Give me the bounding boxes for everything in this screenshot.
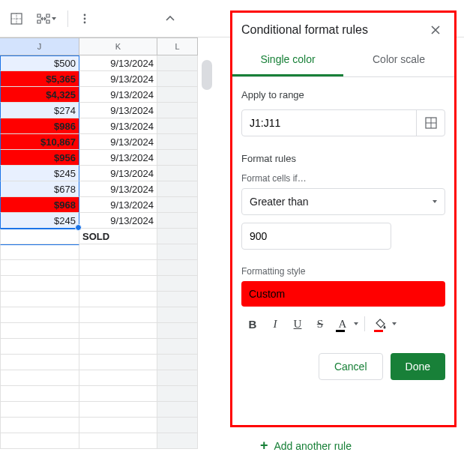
cell[interactable] (157, 339, 198, 355)
cell[interactable] (79, 402, 157, 418)
cell[interactable] (157, 418, 198, 433)
cell[interactable] (157, 292, 198, 307)
fill-color-button[interactable] (371, 314, 397, 334)
cell-k[interactable]: 9/13/2024 (79, 150, 157, 166)
cell[interactable] (0, 355, 79, 370)
cell-j[interactable]: $956 (0, 150, 79, 166)
text-color-button[interactable]: A (333, 314, 358, 334)
cell[interactable] (157, 433, 198, 449)
cell-l[interactable] (157, 118, 198, 134)
cell[interactable] (79, 244, 157, 260)
cell-j[interactable]: $10,867 (0, 134, 79, 150)
cell-j[interactable]: $245 (0, 166, 79, 181)
tab-color-scale[interactable]: Color scale (343, 44, 454, 76)
cell[interactable] (157, 402, 198, 418)
cell-j[interactable]: $986 (0, 118, 79, 134)
cell[interactable] (0, 323, 79, 339)
cell[interactable] (79, 433, 157, 449)
strikethrough-button[interactable]: S (310, 314, 330, 334)
cell-l[interactable] (157, 103, 198, 118)
cell-l[interactable] (157, 71, 198, 87)
range-input[interactable] (242, 117, 416, 129)
cell-j[interactable]: $678 (0, 181, 79, 197)
cell[interactable] (157, 260, 198, 276)
cell[interactable] (157, 355, 198, 370)
collapse-toolbar-icon[interactable] (160, 8, 181, 29)
column-header-l[interactable]: L (157, 37, 198, 55)
cell[interactable] (0, 307, 79, 323)
cell[interactable] (79, 386, 157, 402)
cell[interactable] (79, 355, 157, 370)
tab-single-color[interactable]: Single color (232, 44, 343, 76)
cell[interactable] (0, 244, 79, 260)
cell-j[interactable]: $245 (0, 213, 79, 229)
cell[interactable] (0, 276, 79, 292)
cell-k[interactable]: 9/13/2024 (79, 118, 157, 134)
cell[interactable] (0, 402, 79, 418)
cell[interactable] (79, 418, 157, 433)
cell[interactable] (157, 370, 198, 386)
cell-k[interactable]: 9/13/2024 (79, 181, 157, 197)
more-icon[interactable] (74, 8, 95, 29)
cell-k[interactable]: 9/13/2024 (79, 55, 157, 71)
cell[interactable] (0, 229, 79, 244)
add-another-rule-button[interactable]: + Add another rule (260, 438, 352, 454)
cell-k[interactable]: 9/13/2024 (79, 197, 157, 213)
underline-button[interactable]: U (288, 314, 307, 334)
cell[interactable] (157, 307, 198, 323)
cell[interactable] (79, 370, 157, 386)
column-header-k[interactable]: K (79, 37, 157, 55)
done-button[interactable]: Done (391, 353, 445, 380)
cell[interactable] (79, 339, 157, 355)
select-range-icon[interactable] (416, 110, 445, 136)
cell[interactable] (0, 433, 79, 449)
cell[interactable] (157, 229, 198, 244)
style-preview[interactable]: Custom (241, 281, 445, 307)
bold-button[interactable]: B (243, 314, 262, 334)
spreadsheet-grid[interactable]: J K L $5009/13/2024$5,3659/13/2024$4,325… (0, 37, 210, 449)
cell[interactable] (79, 292, 157, 307)
cell-j[interactable]: $4,325 (0, 87, 79, 103)
column-header-j[interactable]: J (0, 37, 79, 55)
cell-k[interactable]: 9/13/2024 (79, 87, 157, 103)
condition-dropdown[interactable]: Greater than (241, 188, 445, 215)
merge-cells-icon[interactable] (31, 8, 61, 29)
cell[interactable] (79, 307, 157, 323)
cell-k[interactable]: 9/13/2024 (79, 166, 157, 181)
cell-l[interactable] (157, 213, 198, 229)
cell-l[interactable] (157, 87, 198, 103)
italic-button[interactable]: I (265, 314, 285, 334)
cell[interactable] (0, 339, 79, 355)
cell[interactable] (79, 323, 157, 339)
cell-j[interactable]: $968 (0, 197, 79, 213)
sold-cell[interactable]: SOLD (79, 229, 157, 244)
cell[interactable] (79, 276, 157, 292)
cell-l[interactable] (157, 150, 198, 166)
threshold-input[interactable] (242, 223, 391, 249)
cell-j[interactable]: $274 (0, 103, 79, 118)
borders-icon[interactable] (6, 8, 27, 29)
cell[interactable] (157, 244, 198, 260)
cell[interactable] (0, 260, 79, 276)
close-icon[interactable] (429, 23, 442, 37)
cell[interactable] (79, 260, 157, 276)
cell-j[interactable]: $5,365 (0, 71, 79, 87)
cell-k[interactable]: 9/13/2024 (79, 134, 157, 150)
cell-k[interactable]: 9/13/2024 (79, 103, 157, 118)
cell[interactable] (0, 386, 79, 402)
cell-j[interactable]: $500 (0, 55, 79, 71)
cell-l[interactable] (157, 166, 198, 181)
cell[interactable] (157, 276, 198, 292)
cell[interactable] (0, 292, 79, 307)
cell-k[interactable]: 9/13/2024 (79, 213, 157, 229)
cell[interactable] (0, 418, 79, 433)
cell-k[interactable]: 9/13/2024 (79, 71, 157, 87)
cell-l[interactable] (157, 197, 198, 213)
cell[interactable] (157, 323, 198, 339)
cell[interactable] (157, 386, 198, 402)
cancel-button[interactable]: Cancel (319, 353, 383, 380)
cell-l[interactable] (157, 134, 198, 150)
cell-l[interactable] (157, 181, 198, 197)
cell[interactable] (0, 370, 79, 386)
cell-l[interactable] (157, 55, 198, 71)
